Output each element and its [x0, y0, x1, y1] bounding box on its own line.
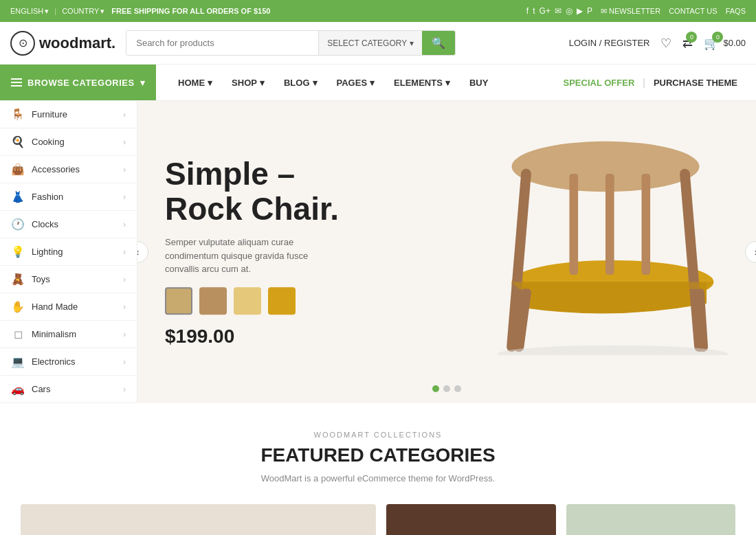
- logo-icon: ⊙: [10, 31, 35, 56]
- nav-blog[interactable]: BLOG ▾: [276, 67, 326, 99]
- cat-arrow-icon-8: [123, 330, 126, 339]
- cat-icon-8: ◻: [11, 328, 25, 341]
- nav-links: HOME ▾ SHOP ▾ BLOG ▾ PAGES ▾ ELEMENTS ▾ …: [156, 67, 555, 99]
- compare-button[interactable]: ⇄ 0: [682, 36, 693, 51]
- cat-left: 🕐 Clocks: [11, 218, 58, 231]
- googleplus-icon[interactable]: G+: [540, 6, 551, 16]
- cat-arrow-icon-9: [123, 357, 126, 367]
- featured-section: WOODMART COLLECTIONS FEATURED CATEGORIES…: [0, 403, 756, 535]
- featured-card-2[interactable]: [386, 504, 555, 535]
- search-button[interactable]: 🔍: [422, 31, 455, 55]
- header: ⊙ woodmart. SELECT CATEGORY ▾ 🔍 LOGIN / …: [0, 22, 756, 65]
- youtube-icon[interactable]: ▶: [577, 6, 583, 16]
- language-button[interactable]: ENGLISH: [10, 7, 49, 16]
- twitter-icon[interactable]: t: [533, 6, 535, 16]
- cat-arrow-icon-3: [123, 192, 126, 202]
- cat-arrow-icon-1: [123, 137, 126, 147]
- nav-right: SPECIAL OFFER | PURCHASE THEME: [555, 67, 757, 99]
- select-chevron-icon: ▾: [410, 38, 414, 48]
- sidebar-item-toys[interactable]: 🧸 Toys: [0, 266, 137, 293]
- category-select[interactable]: SELECT CATEGORY ▾: [318, 31, 422, 55]
- svg-line-4: [519, 293, 526, 347]
- pinterest-icon[interactable]: P: [587, 6, 592, 16]
- featured-card-1[interactable]: [21, 504, 376, 535]
- newsletter-icon: ✉: [601, 7, 607, 15]
- newsletter-link[interactable]: ✉ NEWSLETTER: [601, 7, 660, 16]
- slide-price: $199.00: [165, 326, 344, 348]
- sidebar-item-fashion[interactable]: 👗 Fashion: [0, 183, 137, 211]
- cat-icon-3: 👗: [11, 190, 25, 203]
- sidebar-item-cars[interactable]: 🚗 Cars: [0, 376, 137, 403]
- nav-elements[interactable]: ELEMENTS ▾: [386, 67, 458, 99]
- browse-chevron-icon: ▾: [140, 78, 146, 88]
- cat-arrow-icon-7: [123, 302, 126, 312]
- cat-icon-10: 🚗: [11, 383, 25, 396]
- cat-name-3: Fashion: [32, 192, 63, 202]
- cat-left: ◻ Minimalism: [11, 328, 76, 341]
- cat-name-6: Toys: [32, 274, 50, 284]
- hamburger-icon: [11, 78, 22, 87]
- email-icon[interactable]: ✉: [555, 6, 562, 16]
- swatch-3[interactable]: [234, 287, 261, 315]
- country-chevron-icon: [100, 7, 104, 16]
- sidebar-item-accessories[interactable]: 👜 Accessories: [0, 156, 137, 183]
- sidebar-item-cooking[interactable]: 🍳 Cooking: [0, 128, 137, 156]
- cat-name-4: Clocks: [32, 219, 58, 229]
- svg-point-9: [498, 345, 729, 355]
- slide-dot-2[interactable]: [443, 385, 450, 392]
- wishlist-button[interactable]: ♡: [660, 36, 671, 51]
- browse-categories-button[interactable]: BROWSE CATEGORIES ▾: [0, 65, 156, 100]
- nav-home[interactable]: HOME ▾: [170, 67, 221, 99]
- cat-left: 💻 Electronics: [11, 355, 76, 368]
- lang-chevron-icon: [45, 7, 49, 16]
- search-bar: SELECT CATEGORY ▾ 🔍: [126, 30, 456, 56]
- country-button[interactable]: COUNTRY: [62, 7, 104, 16]
- slide-content: Simple – Rock Chair. Semper vulputate al…: [165, 157, 344, 348]
- sidebar-item-minimalism[interactable]: ◻ Minimalism: [0, 321, 137, 348]
- nav-shop[interactable]: SHOP ▾: [223, 67, 273, 99]
- social-icons: f t G+ ✉ ◎ ▶ P: [526, 6, 592, 16]
- cat-arrow-icon-6: [123, 275, 126, 284]
- sidebar-item-hand-made[interactable]: ✋ Hand Made: [0, 293, 137, 321]
- slide-description: Semper vulputate aliquam curae condiment…: [165, 236, 344, 276]
- featured-card-3[interactable]: [566, 504, 735, 535]
- elements-chevron-icon: ▾: [445, 78, 450, 88]
- purchase-theme-link[interactable]: PURCHASE THEME: [645, 67, 746, 99]
- cat-icon-2: 👜: [11, 163, 25, 176]
- sidebar-item-clocks[interactable]: 🕐 Clocks: [0, 211, 137, 238]
- featured-description: WoodMart is a powerful eCommerce theme f…: [10, 473, 746, 483]
- swatch-2[interactable]: [199, 287, 227, 315]
- logo-text: woodmart.: [39, 34, 115, 52]
- cat-icon-5: 💡: [11, 245, 25, 258]
- sidebar-item-electronics[interactable]: 💻 Electronics: [0, 348, 137, 376]
- search-icon: 🔍: [432, 37, 445, 49]
- nav-buy[interactable]: BUY: [461, 67, 496, 99]
- slide-next-button[interactable]: ›: [745, 241, 756, 263]
- instagram-icon[interactable]: ◎: [566, 6, 572, 16]
- slide-dot-3[interactable]: [454, 385, 461, 392]
- cat-left: 🚗 Cars: [11, 383, 50, 396]
- logo[interactable]: ⊙ woodmart.: [10, 31, 115, 56]
- login-register-link[interactable]: LOGIN / REGISTER: [569, 38, 650, 48]
- cat-name-10: Cars: [32, 384, 50, 394]
- color-swatches: [165, 287, 344, 315]
- special-offer-link[interactable]: SPECIAL OFFER: [555, 67, 643, 99]
- slide-prev-button[interactable]: ‹: [137, 241, 148, 263]
- cat-left: 🧸 Toys: [11, 273, 50, 286]
- cat-name-7: Hand Made: [32, 301, 78, 312]
- slide-navigation: [432, 385, 461, 392]
- swatch-4[interactable]: [268, 287, 296, 315]
- faqs-link[interactable]: FAQS: [726, 7, 746, 15]
- cart-button[interactable]: 🛒 0 $0.00: [704, 36, 746, 51]
- sidebar-item-furniture[interactable]: 🪑 Furniture: [0, 101, 137, 128]
- featured-cards: [21, 504, 735, 535]
- pages-chevron-icon: ▾: [370, 78, 375, 88]
- search-input[interactable]: [126, 31, 318, 55]
- cart-amount: $0.00: [723, 38, 746, 48]
- contact-us-link[interactable]: CONTACT US: [669, 7, 718, 15]
- slide-dot-1[interactable]: [432, 385, 439, 392]
- nav-pages[interactable]: PAGES ▾: [329, 67, 383, 99]
- facebook-icon[interactable]: f: [526, 6, 529, 16]
- swatch-1[interactable]: [165, 287, 192, 315]
- sidebar-item-lighting[interactable]: 💡 Lighting: [0, 238, 137, 266]
